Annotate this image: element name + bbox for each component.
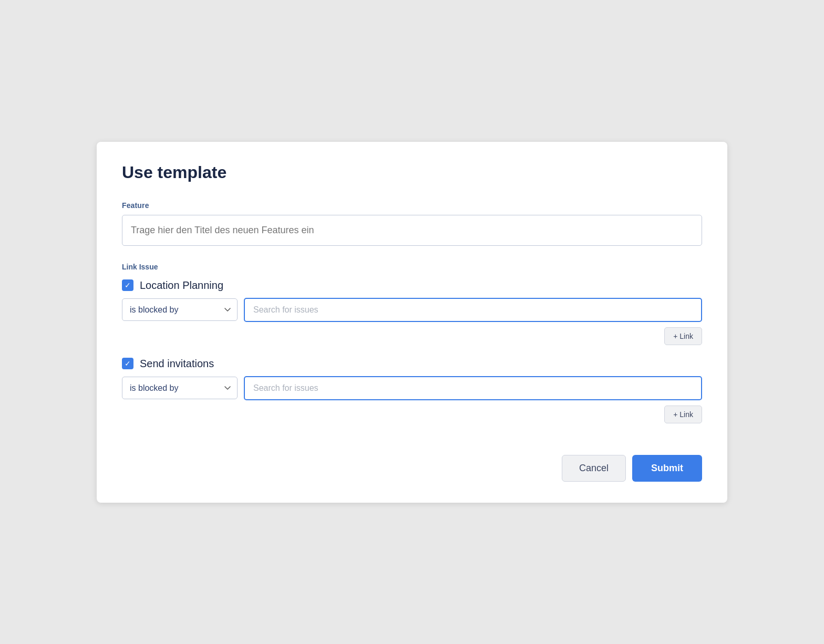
relation-select-send-invitations[interactable]: is blocked by blocks relates to duplicat… <box>122 377 238 399</box>
feature-input[interactable] <box>122 215 702 246</box>
dialog-footer: Cancel Submit <box>122 455 702 482</box>
issue-controls-send-invitations: is blocked by blocks relates to duplicat… <box>122 376 702 400</box>
checkbox-location-planning[interactable]: ✓ <box>122 279 133 291</box>
use-template-dialog: Use template Feature Link Issue ✓ Locati… <box>97 142 727 503</box>
search-input-location-planning[interactable] <box>244 298 702 322</box>
issue-header-send-invitations: ✓ Send invitations <box>122 358 702 370</box>
issue-name-send-invitations: Send invitations <box>140 358 214 370</box>
link-issue-label: Link Issue <box>122 263 702 271</box>
link-issue-section: Link Issue ✓ Location Planning is blocke… <box>122 263 702 423</box>
issue-block-location-planning: ✓ Location Planning is blocked by blocks… <box>122 279 702 345</box>
issue-header-location-planning: ✓ Location Planning <box>122 279 702 292</box>
issue-controls-location-planning: is blocked by blocks relates to duplicat… <box>122 298 702 322</box>
add-link-button-send-invitations[interactable]: + Link <box>664 406 702 423</box>
issue-name-location-planning: Location Planning <box>140 279 223 292</box>
relation-select-location-planning[interactable]: is blocked by blocks relates to duplicat… <box>122 298 238 321</box>
dialog-title: Use template <box>122 163 702 182</box>
submit-button[interactable]: Submit <box>632 455 702 482</box>
feature-label: Feature <box>122 201 702 210</box>
link-add-row-location-planning: + Link <box>122 327 702 345</box>
checkbox-send-invitations[interactable]: ✓ <box>122 358 133 369</box>
link-add-row-send-invitations: + Link <box>122 406 702 423</box>
checkmark-icon-2: ✓ <box>125 360 131 367</box>
add-link-button-location-planning[interactable]: + Link <box>664 327 702 345</box>
issue-block-send-invitations: ✓ Send invitations is blocked by blocks … <box>122 358 702 423</box>
search-input-send-invitations[interactable] <box>244 376 702 400</box>
checkmark-icon: ✓ <box>125 282 131 289</box>
cancel-button[interactable]: Cancel <box>562 455 626 482</box>
